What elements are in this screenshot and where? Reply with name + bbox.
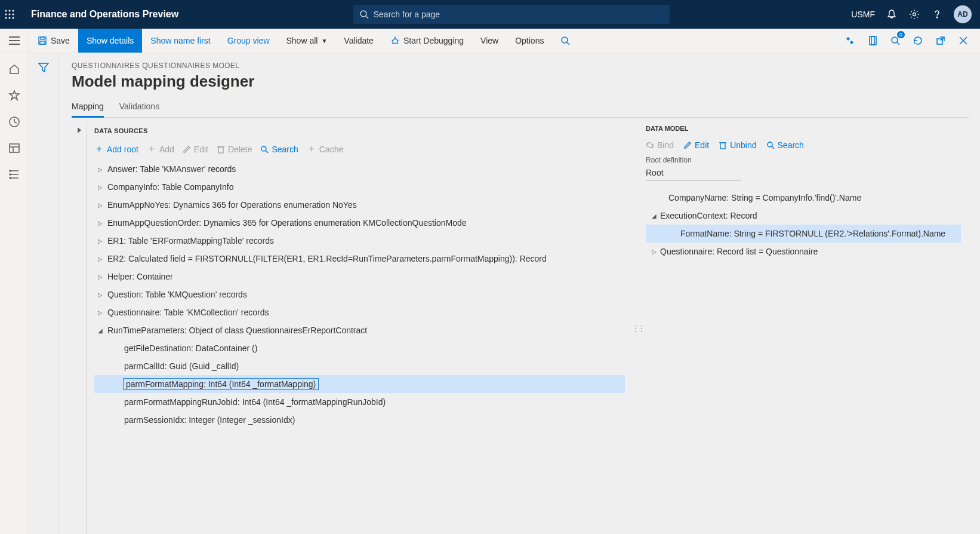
cache-button[interactable]: ＋Cache (307, 143, 343, 155)
show-details-button[interactable]: Show details (78, 29, 142, 53)
unbind-button[interactable]: Unbind (719, 140, 756, 150)
edit-button[interactable]: Edit (183, 145, 208, 154)
add-button[interactable]: ＋Add (147, 143, 174, 155)
related-info-icon[interactable] (842, 32, 858, 49)
expand-icon[interactable]: ▷ (94, 238, 106, 244)
bind-button[interactable]: Bind (646, 140, 674, 150)
tree-node[interactable]: ▷ER1: Table 'ERFormatMappingTable' recor… (94, 232, 625, 250)
global-search-input[interactable] (374, 10, 664, 19)
dm-node-formatname[interactable]: FormatName: String = FIRSTORNULL (ER2.'>… (646, 225, 961, 243)
dm-node-label: FormatName: String = FIRSTORNULL (ER2.'>… (680, 229, 945, 238)
tree-node[interactable]: ▷Helper: Container (94, 268, 625, 286)
avatar[interactable]: AD (954, 5, 972, 23)
recent-icon[interactable] (8, 115, 21, 128)
workspaces-icon[interactable] (8, 142, 21, 155)
expand-icon[interactable]: ▷ (94, 274, 106, 280)
show-name-first-button[interactable]: Show name first (142, 29, 218, 53)
search-button[interactable]: Search (260, 145, 298, 154)
show-all-button[interactable]: Show all ▼ (278, 29, 336, 53)
tree-node[interactable]: ▷CompanyInfo: Table CompanyInfo (94, 178, 625, 196)
tree-node-label: RunTimeParameters: Object of class Quest… (106, 324, 368, 336)
tree-node[interactable]: ▷Question: Table 'KMQuestion' records (94, 286, 625, 303)
gear-icon[interactable] (908, 8, 920, 20)
collapse-icon[interactable]: ◢ (648, 213, 660, 219)
dm-node-companyname[interactable]: CompanyName: String = CompanyInfo.'find(… (646, 189, 961, 207)
splitter-handle[interactable]: ⋮⋮ (631, 324, 643, 333)
svg-point-5 (13, 14, 14, 16)
command-search-button[interactable] (552, 29, 578, 53)
svg-line-10 (366, 16, 368, 19)
add-root-button[interactable]: ＋Add root (94, 143, 138, 155)
app-launcher-icon[interactable] (5, 10, 29, 19)
tree-node[interactable]: ▷ER2: Calculated field = FIRSTORNULL(FIL… (94, 250, 625, 268)
expand-icon[interactable]: ▷ (648, 248, 660, 255)
modules-icon[interactable] (8, 168, 21, 181)
tree-node-label: CompanyInfo: Table CompanyInfo (106, 181, 235, 193)
tree-node-label: EnumAppNoYes: Dynamics 365 for Operation… (106, 199, 358, 211)
show-details-label: Show details (87, 36, 134, 45)
validate-button[interactable]: Validate (335, 29, 382, 53)
options-menu[interactable]: Options (507, 29, 552, 53)
tree-node-label: parmSessionIdx: Integer (Integer _sessio… (123, 414, 296, 426)
messages-icon[interactable]: 0 (887, 32, 904, 49)
tab-validations[interactable]: Validations (119, 102, 159, 117)
expand-icon[interactable]: ▷ (94, 291, 106, 298)
help-icon[interactable] (931, 8, 943, 20)
messages-badge: 0 (897, 31, 905, 38)
tree-node[interactable]: ▷Answer: Table 'KMAnswer' records (94, 160, 625, 178)
svg-line-47 (266, 151, 268, 153)
collapse-handle[interactable] (72, 122, 87, 534)
tree-node-parmformatmapping[interactable]: parmFormatMapping: Int64 (Int64 _formatM… (94, 375, 625, 393)
tree-node[interactable]: ▷Questionnaire: Table 'KMCollection' rec… (94, 303, 625, 321)
svg-point-50 (768, 142, 772, 147)
start-debugging-button[interactable]: Start Debugging (382, 29, 472, 53)
dm-edit-button[interactable]: Edit (683, 140, 709, 150)
svg-point-6 (5, 17, 7, 19)
svg-rect-28 (871, 36, 876, 45)
tree-node-label: Question: Table 'KMQuestion' records (106, 289, 248, 300)
tree-node[interactable]: getFileDestination: DataContainer () (94, 339, 625, 357)
hamburger-icon[interactable] (0, 29, 29, 53)
expand-icon[interactable]: ▷ (94, 166, 106, 173)
svg-point-25 (562, 37, 568, 43)
expand-icon[interactable]: ▷ (94, 220, 106, 226)
expand-icon[interactable]: ▷ (94, 202, 106, 208)
filter-icon[interactable] (38, 62, 50, 534)
refresh-icon[interactable] (910, 32, 926, 49)
expand-icon[interactable]: ▷ (94, 256, 106, 262)
star-icon[interactable] (8, 89, 21, 102)
svg-rect-35 (10, 144, 19, 152)
delete-label: Delete (228, 145, 252, 154)
tree-node-label: ER2: Calculated field = FIRSTORNULL(FILT… (106, 253, 548, 265)
save-button[interactable]: Save (29, 29, 78, 53)
tab-mapping[interactable]: Mapping (72, 102, 104, 118)
svg-point-3 (5, 14, 7, 16)
svg-point-4 (9, 14, 11, 16)
tree-node[interactable]: parmFormatMappingRunJobId: Int64 (Int64 … (94, 393, 625, 411)
tree-node[interactable]: parmCallId: Guid (Guid _callId) (94, 357, 625, 375)
expand-icon[interactable]: ▷ (94, 309, 106, 316)
dm-node-executioncontext[interactable]: ◢ExecutionContext: Record (646, 207, 961, 225)
tree-node-runtimeparameters[interactable]: ◢RunTimeParameters: Object of class Ques… (94, 321, 625, 339)
expand-icon[interactable]: ▷ (94, 184, 106, 191)
data-model-header: DATA MODEL (646, 125, 961, 132)
attachments-icon[interactable] (864, 32, 881, 49)
home-icon[interactable] (8, 63, 21, 76)
svg-rect-48 (720, 143, 725, 149)
global-search[interactable] (353, 5, 670, 24)
dm-search-button[interactable]: Search (766, 140, 804, 150)
svg-rect-18 (40, 41, 45, 44)
tree-node[interactable]: parmSessionIdx: Integer (Integer _sessio… (94, 411, 625, 429)
root-definition-value[interactable]: Root (646, 165, 741, 180)
close-icon[interactable] (955, 32, 972, 49)
view-menu[interactable]: View (472, 29, 507, 53)
company-code[interactable]: USMF (851, 10, 875, 19)
tree-node[interactable]: ▷EnumAppQuestionOrder: Dynamics 365 for … (94, 214, 625, 232)
tree-node[interactable]: ▷EnumAppNoYes: Dynamics 365 for Operatio… (94, 196, 625, 214)
popout-icon[interactable] (932, 32, 949, 49)
dm-node-questionnaire[interactable]: ▷Questionnaire: Record list = Questionna… (646, 243, 961, 260)
group-view-button[interactable]: Group view (219, 29, 278, 53)
collapse-icon[interactable]: ◢ (94, 327, 106, 334)
delete-button[interactable]: Delete (217, 145, 252, 154)
bell-icon[interactable] (886, 8, 898, 20)
